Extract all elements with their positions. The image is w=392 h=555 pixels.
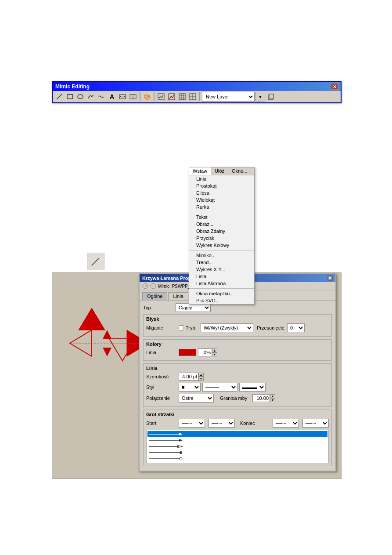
- grot-start-koniec-row: Start ──→ ──→ Koniec ──→ ──→: [146, 419, 329, 428]
- szerokosc-field[interactable]: [179, 373, 198, 381]
- trend-icon: [168, 93, 175, 100]
- rect-tool-button[interactable]: [65, 92, 75, 102]
- start-arrow-select[interactable]: ──→: [179, 419, 205, 428]
- granica-label: Granica mby: [220, 395, 251, 401]
- arrow-type-item-2[interactable]: [147, 437, 327, 443]
- copy-to-clipboard-button[interactable]: [266, 92, 276, 102]
- svg-rect-1: [67, 94, 72, 99]
- line-tool-button[interactable]: [54, 92, 64, 102]
- przesuniecie-select[interactable]: 0: [287, 323, 305, 332]
- svg-rect-6: [158, 94, 164, 100]
- arrow-type-item-4[interactable]: [147, 450, 327, 456]
- remote-image-tool-button[interactable]: [128, 92, 138, 102]
- tab-linia[interactable]: Linia: [168, 292, 188, 300]
- menu-separator-3: [189, 288, 254, 289]
- menu-wstaw[interactable]: Wstaw: [189, 167, 211, 175]
- toolbar-close-button[interactable]: ✕: [331, 83, 338, 90]
- granica-input: ▲ ▼: [252, 394, 275, 402]
- menu-item-obraz-zdalny[interactable]: Obraz Zdalny: [189, 228, 254, 235]
- styl-color-select[interactable]: ■: [179, 383, 201, 392]
- menu-okno[interactable]: Okno...: [228, 167, 251, 175]
- szerokosc-input: ▲ ▼: [179, 373, 204, 381]
- menu-item-lista[interactable]: Lista: [189, 273, 254, 280]
- polaczenie-select[interactable]: Ostre: [179, 394, 214, 403]
- tab-ogolne[interactable]: Ogólne: [142, 292, 167, 300]
- menu-item-prostokat[interactable]: Prostokąt: [189, 182, 254, 189]
- image-tool-button[interactable]: [118, 92, 127, 102]
- pct-up-button[interactable]: ▲: [212, 348, 217, 352]
- arrow-type-item-5[interactable]: [147, 456, 327, 462]
- color-tool-button[interactable]: 🎨: [142, 92, 152, 102]
- styl-line-select[interactable]: ────: [202, 383, 237, 392]
- menu-item-trend[interactable]: Trend...: [189, 259, 254, 266]
- kolory-section: Kolory Linia ▲ ▼: [143, 339, 332, 361]
- granica-down-button[interactable]: ▼: [270, 398, 275, 402]
- menu-item-obraz[interactable]: Obraz...: [189, 221, 254, 228]
- menu-item-linia[interactable]: Linia: [189, 175, 254, 182]
- arrow-type-item-3[interactable]: [147, 443, 327, 450]
- pencil-area: [87, 253, 104, 270]
- layer-select[interactable]: New Layer: [202, 92, 255, 102]
- blysk-row: Miganie Tryb Wł/Wył (Zwykły) Przesunięci…: [146, 323, 329, 332]
- granica-up-button[interactable]: ▲: [270, 394, 275, 398]
- trend-tool-button[interactable]: [167, 92, 176, 102]
- koniec-arrow-select[interactable]: ──→: [273, 419, 299, 428]
- typ-select[interactable]: Ciągły: [176, 303, 211, 312]
- arrow-type-2-icon: [148, 438, 183, 443]
- koniec-arrow2-select[interactable]: ──→: [302, 419, 329, 428]
- menu-item-przycisk[interactable]: Przycisk: [189, 235, 254, 242]
- menu-item-wielokat[interactable]: Wielokąt: [189, 196, 254, 203]
- chart-tool-button[interactable]: [156, 92, 166, 102]
- text-tool-button[interactable]: A: [107, 92, 117, 102]
- svg-text:?: ?: [145, 284, 147, 289]
- menu-item-wykres-kolowy[interactable]: Wykres Kołowy: [189, 242, 254, 249]
- color-icon: 🎨: [144, 93, 151, 100]
- svg-line-0: [57, 94, 62, 99]
- linia-color-pct-input: ▲ ▼: [198, 348, 217, 356]
- kolory-row: Linia ▲ ▼: [146, 348, 329, 356]
- menu-separator-1: [189, 212, 254, 212]
- rect-icon: [66, 93, 73, 100]
- chart-icon: [158, 93, 165, 100]
- menu-item-wykres-xy[interactable]: Wykres X-Y...: [189, 266, 254, 273]
- toolbar-title: Mimic Editing: [55, 83, 90, 90]
- polyline-tool-button[interactable]: [86, 92, 96, 102]
- ellipse-tool-button[interactable]: [76, 92, 85, 102]
- arrow-type-item-1[interactable]: [147, 431, 327, 437]
- menu-item-mimiko[interactable]: Mimiko...: [189, 252, 254, 259]
- tryb-select[interactable]: Wł/Wył (Zwykły): [201, 323, 253, 332]
- styl-row: Styl ■ ──── ▬▬▬: [146, 383, 329, 392]
- grot-section: Grot strzałki Start ──→ ──→ Koniec ──→ ─…: [143, 410, 332, 465]
- clipboard-icon: [267, 93, 274, 100]
- menu-uloz[interactable]: Ułóż: [211, 167, 228, 175]
- szerokosc-down-button[interactable]: ▼: [198, 377, 204, 381]
- info-icon: ?: [142, 283, 148, 289]
- menu-item-plik-svg[interactable]: Plik SVG...: [189, 297, 254, 304]
- typ-label: Typ: [143, 305, 174, 310]
- linia-color-swatch[interactable]: [179, 349, 196, 356]
- styl-end-select[interactable]: ▬▬▬: [239, 383, 266, 392]
- menu-item-rurka[interactable]: Rurka: [189, 203, 254, 210]
- layer-dropdown-button[interactable]: ▼: [255, 92, 265, 102]
- grid-tool-button[interactable]: [177, 92, 187, 102]
- menu-item-tekst[interactable]: Tekst: [189, 214, 254, 221]
- menu-item-okna-metapliku[interactable]: Okna metapliku...: [189, 290, 254, 297]
- line-icon: [56, 93, 63, 100]
- linia-pct-field[interactable]: [198, 348, 212, 356]
- properties-close-button[interactable]: ✕: [327, 276, 333, 281]
- pct-down-button[interactable]: ▼: [212, 352, 217, 356]
- curve-tool-button[interactable]: [97, 92, 106, 102]
- menu-item-elipsa[interactable]: Elipsa: [189, 189, 254, 196]
- szerokosc-up-button[interactable]: ▲: [198, 373, 204, 377]
- miganie-checkbox[interactable]: [179, 325, 184, 330]
- svg-text:!: !: [152, 284, 154, 289]
- context-menu: Wstaw Ułóż Okno... Linia Prostokąt Elips…: [189, 167, 255, 305]
- menu-separator-2: [189, 250, 254, 250]
- menu-item-lista-alarmow[interactable]: Lista Alarmów: [189, 280, 254, 287]
- toolbar-separator-1: [140, 92, 140, 101]
- linia-section-title: Linia: [146, 366, 329, 371]
- table-tool-button[interactable]: [188, 92, 198, 102]
- granica-field[interactable]: [252, 394, 270, 402]
- linia-pct-spinner: ▲ ▼: [212, 348, 217, 356]
- start-arrow2-select[interactable]: ──→: [209, 419, 235, 428]
